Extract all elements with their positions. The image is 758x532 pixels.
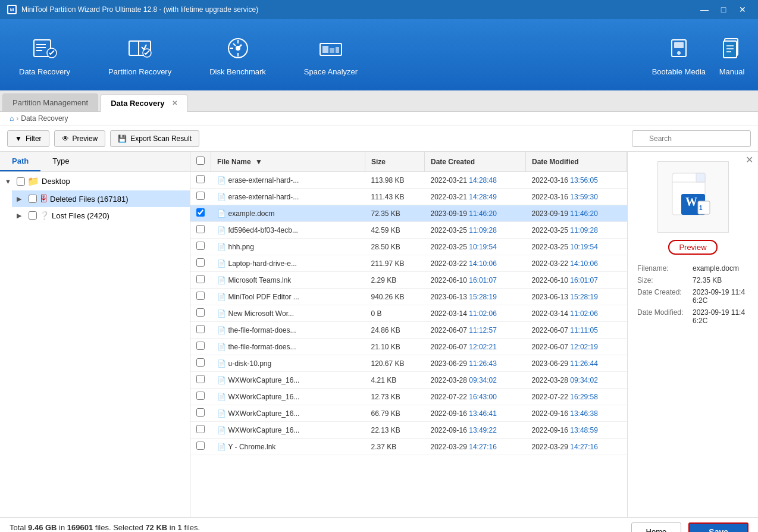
- tree-item-deleted-files[interactable]: ▶ 🗄 Deleted Files (167181): [12, 190, 190, 207]
- tree-item-desktop[interactable]: ▼ 📁 Desktop: [0, 172, 190, 190]
- row-checkbox[interactable]: [196, 242, 205, 250]
- toolbar-disk-benchmark[interactable]: Disk Benchmark: [202, 29, 273, 81]
- row-date-modified: 2022-09-16 13:46:38: [526, 405, 627, 422]
- tree-root: ▼ 📁 Desktop ▶ 🗄 Deleted Files (167181) ▶…: [0, 172, 190, 224]
- table-row[interactable]: 📄the-file-format-does...21.10 KB2022-06-…: [190, 339, 627, 355]
- table-row[interactable]: 📄MiniTool PDF Editor ...940.26 KB2023-06…: [190, 289, 627, 305]
- export-scan-button[interactable]: 💾 Export Scan Result: [110, 130, 199, 147]
- table-row[interactable]: 📄hhh.png28.50 KB2022-03-25 10:19:542022-…: [190, 239, 627, 255]
- close-button[interactable]: ✕: [734, 3, 751, 16]
- table-row[interactable]: 📄WXWorkCapture_16...66.79 KB2022-09-16 1…: [190, 405, 627, 422]
- table-row[interactable]: 📄WXWorkCapture_16...4.21 KB2022-03-28 09…: [190, 372, 627, 389]
- toolbar-bootable-media[interactable]: Bootable Media: [652, 34, 706, 76]
- type-tab[interactable]: Type: [40, 152, 81, 171]
- home-button[interactable]: Home: [631, 522, 682, 533]
- table-row[interactable]: 📄Microsoft Teams.lnk2.29 KB2022-06-10 16…: [190, 272, 627, 289]
- minimize-button[interactable]: —: [696, 3, 713, 16]
- row-checkbox[interactable]: [196, 225, 205, 233]
- row-checkbox[interactable]: [196, 292, 205, 300]
- tab-partition-management[interactable]: Partition Management: [2, 93, 98, 111]
- row-date-modified: 2022-06-07 12:02:19: [526, 339, 627, 355]
- deleted-files-checkbox[interactable]: [29, 195, 37, 203]
- row-checkbox[interactable]: [196, 325, 205, 333]
- search-input[interactable]: [632, 130, 751, 147]
- table-row[interactable]: 📄Y - Chrome.lnk2.37 KB2022-03-29 14:27:1…: [190, 439, 627, 455]
- breadcrumb-separator: ›: [16, 114, 18, 123]
- row-checkbox[interactable]: [196, 425, 205, 433]
- row-checkbox[interactable]: [196, 358, 205, 367]
- select-all-checkbox[interactable]: [196, 157, 205, 165]
- preview-thumbnail: W 1: [657, 161, 729, 233]
- svg-point-15: [677, 51, 681, 55]
- preview-filename-label: Filename:: [637, 264, 688, 273]
- table-row[interactable]: 📄WXWorkCapture_16...22.13 KB2022-09-16 1…: [190, 422, 627, 439]
- row-size: 2.37 KB: [365, 439, 425, 455]
- status-selected-size: 72 KB: [145, 523, 167, 532]
- row-checkbox[interactable]: [196, 342, 205, 350]
- title-bar: M MiniTool Partition Wizard Pro Ultimate…: [0, 0, 758, 19]
- preview-close-button[interactable]: ✕: [746, 154, 753, 165]
- row-date-created: 2022-03-25 11:09:28: [425, 222, 526, 239]
- toolbar-data-recovery[interactable]: Data Recovery: [12, 29, 77, 81]
- tab-data-recovery[interactable]: Data Recovery ✕: [101, 94, 187, 112]
- deleted-expand-icon: ▶: [17, 195, 26, 203]
- table-row[interactable]: 📄New Microsoft Wor...0 B2022-03-14 11:02…: [190, 305, 627, 322]
- table-row[interactable]: 📄u-disk-10.png120.67 KB2023-06-29 11:26:…: [190, 355, 627, 372]
- row-checkbox[interactable]: [196, 208, 205, 217]
- row-checkbox[interactable]: [196, 308, 205, 317]
- filter-button[interactable]: ▼ Filter: [7, 130, 49, 147]
- row-size: 2.29 KB: [365, 272, 425, 289]
- desktop-checkbox[interactable]: [17, 177, 25, 186]
- table-row[interactable]: 📄erase-external-hard-...113.98 KB2022-03…: [190, 172, 627, 189]
- toolbar: Data Recovery Partition Recovery: [0, 19, 758, 90]
- toolbar-manual[interactable]: Manual: [718, 34, 746, 76]
- table-row[interactable]: 📄example.docm72.35 KB2023-09-19 11:46:20…: [190, 205, 627, 222]
- table-row[interactable]: 📄Laptop-hard-drive-e...211.97 KB2022-03-…: [190, 255, 627, 272]
- preview-created-label: Date Created:: [637, 288, 688, 305]
- row-checkbox[interactable]: [196, 192, 205, 200]
- row-filename: 📄New Microsoft Wor...: [211, 305, 365, 322]
- tree-item-lost-files[interactable]: ▶ ❔ Lost Files (2420): [12, 207, 190, 224]
- preview-button[interactable]: 👁 Preview: [54, 130, 106, 147]
- table-row[interactable]: 📄erase-external-hard-...111.43 KB2022-03…: [190, 189, 627, 205]
- row-size: 120.67 KB: [365, 355, 425, 372]
- breadcrumb-home: ⌂: [10, 114, 14, 123]
- row-date-modified: 2022-03-14 11:02:06: [526, 305, 627, 322]
- row-date-created: 2022-07-22 16:43:00: [425, 389, 526, 405]
- header-filename: File Name ▼: [211, 152, 365, 172]
- maximize-button[interactable]: □: [715, 3, 732, 16]
- table-row[interactable]: 📄WXWorkCapture_16...12.73 KB2022-07-22 1…: [190, 389, 627, 405]
- row-checkbox[interactable]: [196, 258, 205, 267]
- tab-close-icon[interactable]: ✕: [172, 99, 177, 107]
- main-content: Path Type ▼ 📁 Desktop ▶ 🗄 Deleted: [0, 152, 758, 517]
- filename-header-label: File Name: [217, 158, 251, 166]
- file-panel: File Name ▼ Size Date Created Date Modif…: [190, 152, 627, 517]
- data-recovery-icon: [30, 34, 59, 62]
- toolbar-partition-recovery[interactable]: Partition Recovery: [101, 29, 178, 81]
- header-checkbox: [190, 152, 211, 172]
- row-checkbox[interactable]: [196, 375, 205, 383]
- row-checkbox[interactable]: [196, 392, 205, 400]
- file-type-icon: 📄: [217, 309, 226, 318]
- table-row[interactable]: 📄fd596ed4-bf03-4ecb...42.59 KB2022-03-25…: [190, 222, 627, 239]
- tab-partition-management-label: Partition Management: [12, 98, 88, 107]
- bootable-media-icon: [665, 34, 693, 62]
- save-button[interactable]: Save: [688, 522, 748, 533]
- table-row[interactable]: 📄the-file-format-does...24.86 KB2022-06-…: [190, 322, 627, 339]
- file-type-icon: 📄: [217, 343, 226, 351]
- toolbar-space-analyzer[interactable]: Space Analyzer: [297, 29, 365, 81]
- lost-files-checkbox[interactable]: [29, 211, 37, 220]
- row-checkbox[interactable]: [196, 408, 205, 417]
- preview-action-button[interactable]: Preview: [668, 240, 717, 255]
- path-tab[interactable]: Path: [0, 152, 40, 171]
- row-filename: 📄erase-external-hard-...: [211, 189, 365, 205]
- row-date-modified: 2022-07-22 16:29:58: [526, 389, 627, 405]
- row-checkbox[interactable]: [196, 442, 205, 450]
- row-checkbox[interactable]: [196, 175, 205, 183]
- row-date-created: 2023-09-19 11:46:20: [425, 205, 526, 222]
- svg-rect-22: [696, 173, 705, 182]
- file-type-icon: 📄: [217, 326, 226, 334]
- status-total-text: Total 9.46 GB in 169601 files. Selected …: [10, 523, 218, 532]
- row-filename: 📄hhh.png: [211, 239, 365, 255]
- row-checkbox[interactable]: [196, 275, 205, 283]
